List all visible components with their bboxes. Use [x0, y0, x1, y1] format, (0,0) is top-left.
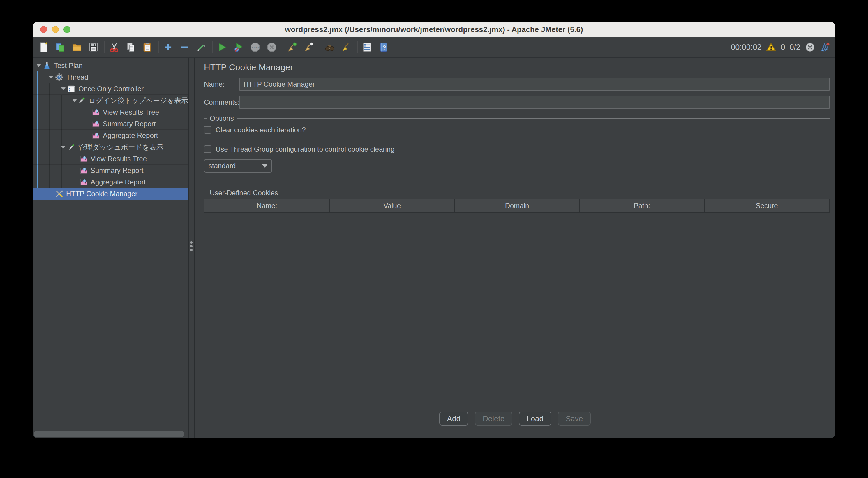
tree-horizontal-scrollbar[interactable]: [33, 429, 188, 438]
cookie-manager-icon: [55, 189, 63, 198]
save-icon[interactable]: [88, 41, 99, 53]
name-input[interactable]: [240, 78, 830, 91]
collapse-minus-icon[interactable]: [179, 41, 190, 53]
expand-arrow-icon[interactable]: [72, 99, 77, 102]
page-title: HTTP Cookie Manager: [204, 62, 835, 72]
expand-arrow-icon[interactable]: [47, 76, 55, 79]
use-thread-group-checkbox[interactable]: [204, 145, 212, 153]
sampler-icon: [67, 143, 76, 152]
thread-count: 0/2: [789, 43, 800, 52]
new-file-icon[interactable]: [38, 41, 50, 53]
scrollbar-thumb[interactable]: [34, 431, 184, 437]
start-icon[interactable]: [216, 41, 228, 53]
elapsed-time: 00:00:02: [731, 43, 762, 52]
search-icon[interactable]: [324, 41, 336, 53]
use-thread-group-label: Use Thread Group configuration to contro…: [216, 145, 395, 153]
panel-splitter[interactable]: [189, 58, 194, 438]
toolbar-separator: [158, 41, 159, 53]
test-plan-tree[interactable]: Test Plan Thread Once Only Controller ログ…: [33, 58, 189, 438]
tree-item-aggregate-report-1[interactable]: Aggregate Report: [33, 130, 188, 141]
tree-item-test-plan[interactable]: Test Plan: [33, 60, 188, 71]
toolbar-separator: [212, 41, 213, 53]
jmeter-window: wordpress2.jmx (/Users/minoru/work/jmete…: [33, 22, 835, 438]
column-header-name[interactable]: Name:: [205, 199, 330, 212]
listener-icon: [91, 108, 100, 117]
screen: wordpress2.jmx (/Users/minoru/work/jmete…: [0, 0, 868, 478]
tree-item-once-only-controller[interactable]: Once Only Controller: [33, 83, 188, 95]
table-buttons: Add Delete Load Save: [194, 412, 835, 425]
search-reset-icon[interactable]: [341, 41, 352, 53]
tree-item-summary-report-1[interactable]: Summary Report: [33, 118, 188, 130]
listener-icon: [79, 154, 88, 163]
close-button[interactable]: [40, 26, 47, 33]
tree-item-http-cookie-manager[interactable]: HTTP Cookie Manager: [33, 188, 188, 200]
open-file-icon[interactable]: [71, 41, 83, 53]
stop-icon[interactable]: STOP: [249, 41, 261, 53]
tree-item-view-results-tree-2[interactable]: View Results Tree: [33, 153, 188, 165]
minimize-button[interactable]: [52, 26, 59, 33]
splitter-grip-icon[interactable]: [190, 241, 192, 251]
expand-arrow-icon[interactable]: [59, 146, 67, 149]
comments-input[interactable]: [240, 96, 830, 109]
toolbar-separator: [320, 41, 320, 53]
clear-all-icon[interactable]: [303, 41, 315, 53]
warning-icon[interactable]: [766, 42, 776, 53]
thread-group-icon: [55, 73, 63, 82]
cookie-policy-select[interactable]: standard: [204, 159, 272, 173]
shutdown-icon[interactable]: [266, 41, 278, 53]
toggle-icon[interactable]: [195, 41, 207, 53]
add-button[interactable]: Add: [439, 412, 468, 425]
controller-icon: [67, 85, 76, 93]
listener-icon: [79, 178, 88, 186]
listener-icon: [91, 131, 100, 140]
clear-icon[interactable]: [287, 41, 298, 53]
paste-icon[interactable]: [142, 41, 153, 53]
window-title: wordpress2.jmx (/Users/minoru/work/jmete…: [33, 25, 835, 34]
listener-icon: [91, 119, 100, 128]
start-no-timers-icon[interactable]: [233, 41, 244, 53]
expand-plus-icon[interactable]: [162, 41, 174, 53]
expand-arrow-icon[interactable]: [35, 64, 42, 67]
titlebar[interactable]: wordpress2.jmx (/Users/minoru/work/jmete…: [33, 22, 835, 37]
toolbar: STOP ? 00:00:02 0 0/2: [33, 37, 835, 58]
save-button[interactable]: Save: [558, 412, 591, 425]
wheel-indicator-icon: [805, 42, 815, 53]
jmeter-logo-icon: [820, 42, 830, 53]
tree-item-login-top-page-sampler[interactable]: ログイン後トップページを表示: [33, 95, 188, 107]
clear-cookies-checkbox[interactable]: [204, 126, 212, 134]
help-icon[interactable]: ?: [378, 41, 390, 53]
column-header-value[interactable]: Value: [330, 199, 455, 212]
toolbar-separator: [282, 41, 283, 53]
user-defined-cookies-group-title: User-Defined Cookies: [204, 189, 830, 197]
copy-icon[interactable]: [125, 41, 136, 53]
tree-item-aggregate-report-2[interactable]: Aggregate Report: [33, 176, 188, 188]
tree-item-view-results-tree-1[interactable]: View Results Tree: [33, 107, 188, 118]
tree-item-summary-report-2[interactable]: Summary Report: [33, 165, 188, 176]
cut-icon[interactable]: [108, 41, 120, 53]
column-header-domain[interactable]: Domain: [455, 199, 579, 212]
templates-icon[interactable]: [55, 41, 66, 53]
cookie-manager-panel: HTTP Cookie Manager Name: Comments: Opti…: [194, 58, 835, 438]
load-button[interactable]: Load: [519, 412, 551, 425]
name-label: Name:: [204, 80, 240, 88]
cookie-policy-value: standard: [209, 162, 236, 170]
column-header-path[interactable]: Path:: [579, 199, 704, 212]
toolbar-separator: [104, 41, 105, 53]
zoom-button[interactable]: [63, 26, 70, 33]
svg-text:STOP: STOP: [252, 46, 259, 49]
toolbar-separator: [357, 41, 358, 53]
cookies-table[interactable]: Name: Value Domain Path: Secure: [204, 199, 830, 213]
test-plan-icon: [42, 61, 51, 70]
column-header-secure[interactable]: Secure: [704, 199, 829, 212]
delete-button[interactable]: Delete: [475, 412, 513, 425]
chevron-down-icon: [262, 165, 268, 168]
comments-label: Comments:: [204, 98, 240, 107]
tree-item-thread-group[interactable]: Thread: [33, 71, 188, 83]
content-area: Test Plan Thread Once Only Controller ログ…: [33, 58, 835, 438]
function-helper-icon[interactable]: [361, 41, 373, 53]
expand-arrow-icon[interactable]: [59, 87, 67, 90]
options-group-title: Options: [204, 114, 830, 122]
tree-rows: Test Plan Thread Once Only Controller ログ…: [33, 58, 188, 200]
tree-item-admin-dashboard-sampler[interactable]: 管理ダッシュボードを表示: [33, 141, 188, 153]
warning-count: 0: [781, 43, 785, 52]
